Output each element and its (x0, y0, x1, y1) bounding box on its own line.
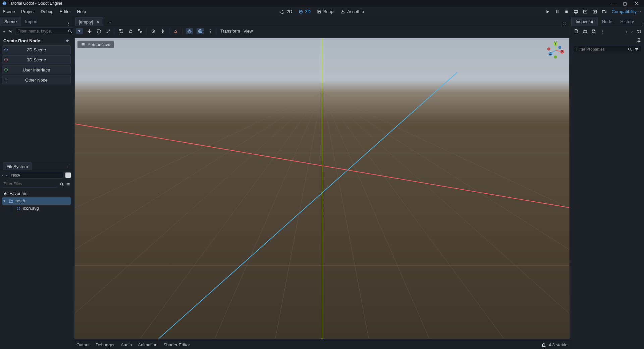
root-3d-label: 3D Scene (2, 57, 70, 62)
listener-icon[interactable] (160, 28, 166, 34)
filesystem-view-toggle-icon[interactable] (65, 172, 71, 178)
history-forward-icon[interactable]: › (631, 29, 633, 34)
svg-point-18 (152, 30, 155, 33)
close-icon[interactable]: ✕ (634, 1, 639, 6)
save-resource-icon[interactable] (591, 29, 596, 34)
workspace-assetlib[interactable]: AssetLib (340, 9, 364, 14)
history-back-icon[interactable]: ‹ (626, 29, 627, 34)
res-root-row[interactable]: ▾ res:// (2, 197, 71, 205)
sun-toggle-icon[interactable] (186, 28, 193, 34)
pause-icon[interactable] (555, 9, 559, 14)
favorites-row[interactable]: ★ Favorites: (2, 190, 71, 197)
properties-filter-input[interactable] (576, 47, 628, 52)
file-label: icon.svg (23, 206, 39, 211)
sun-preview-icon[interactable] (173, 28, 179, 34)
right-panel: Inspector Node History ⋮ ⋮ ‹ › (571, 17, 644, 349)
tab-import[interactable]: Import (21, 17, 42, 26)
filesystem-tree: ★ Favorites: ▾ res:// icon.svg (0, 189, 73, 213)
properties-filter[interactable] (574, 46, 641, 53)
workspace-2d[interactable]: 2D (280, 9, 292, 14)
svg-point-11 (60, 183, 63, 185)
env-toggle-icon[interactable] (197, 28, 204, 34)
scale-tool-icon[interactable] (105, 28, 111, 34)
scene-tabs-more-icon[interactable]: ⋮ (64, 21, 73, 26)
bottom-output[interactable]: Output (76, 342, 90, 347)
play-custom-icon[interactable] (592, 9, 597, 14)
view-menu[interactable]: View (244, 29, 253, 34)
transform-menu[interactable]: Transform (220, 29, 240, 34)
favorite-star-icon[interactable]: ★ (65, 38, 69, 43)
orientation-gizmo[interactable]: X Y Z (546, 41, 565, 59)
workspace-3d[interactable]: 3D (298, 9, 311, 14)
perspective-badge[interactable]: Perspective (77, 41, 114, 48)
bottom-debugger[interactable]: Debugger (96, 342, 115, 347)
filesystem-more-icon[interactable]: ⋮ (66, 164, 70, 169)
filesystem-path[interactable]: res:// (9, 172, 63, 179)
rotate-tool-icon[interactable] (96, 28, 102, 34)
filesystem-filter-input[interactable] (2, 181, 57, 188)
root-3d-scene[interactable]: 3D Scene (2, 55, 71, 64)
select-tool-icon[interactable] (76, 28, 83, 34)
minimize-icon[interactable]: — (611, 1, 616, 6)
link-icon[interactable] (8, 28, 13, 35)
root-user-interface[interactable]: User Interface (2, 65, 71, 74)
group-icon[interactable] (137, 28, 143, 34)
scene-filter-input[interactable] (17, 29, 68, 34)
play-scene-icon[interactable] (583, 9, 588, 14)
bottom-audio[interactable]: Audio (121, 342, 132, 347)
favorites-label: Favorites: (9, 191, 29, 196)
scene-filter[interactable] (15, 28, 75, 35)
tab-filesystem[interactable]: FileSystem (3, 162, 32, 170)
nav-back-icon[interactable]: ‹ (2, 172, 3, 178)
menu-editor[interactable]: Editor (60, 9, 71, 14)
workspace-script[interactable]: Script (317, 9, 334, 14)
create-root-label: Create Root Node: (3, 38, 65, 43)
history-list-icon[interactable] (637, 29, 641, 34)
menu-debug[interactable]: Debug (41, 9, 53, 14)
scene-tab-empty[interactable]: [empty] ✕ (75, 17, 103, 26)
3d-viewport[interactable]: Perspective X Y Z (74, 38, 570, 339)
new-scene-tab-icon[interactable]: ＋ (105, 20, 115, 26)
tab-inspector[interactable]: Inspector (571, 17, 598, 26)
folder-icon (9, 199, 13, 203)
add-node-icon[interactable]: ＋ (2, 28, 6, 35)
new-resource-icon[interactable] (574, 29, 579, 34)
renderer-dropdown[interactable]: Compatibility (612, 9, 641, 14)
filter-settings-icon[interactable] (634, 47, 639, 52)
root-2d-scene[interactable]: 2D Scene (2, 45, 71, 54)
object-tool-icon[interactable] (118, 28, 124, 34)
menu-project[interactable]: Project (21, 9, 35, 14)
root-other-node[interactable]: ＋ Other Node (2, 76, 71, 84)
tab-node[interactable]: Node (598, 17, 616, 26)
move-tool-icon[interactable] (87, 28, 93, 34)
lock-icon[interactable] (128, 28, 134, 34)
close-tab-icon[interactable]: ✕ (96, 19, 100, 24)
svg-text:X: X (561, 49, 564, 54)
play-icon[interactable] (545, 9, 550, 14)
nav-forward-icon[interactable]: › (5, 172, 7, 178)
scene-tab-label: [empty] (79, 19, 93, 24)
inspector-tabs-more-icon[interactable]: ⋮ (638, 21, 644, 26)
bottom-shader[interactable]: Shader Editor (163, 342, 190, 347)
menu-help[interactable]: Help (77, 9, 86, 14)
filter-options-icon[interactable] (66, 182, 71, 187)
center-panel: [empty] ✕ ＋ ⋮ Transform V (73, 17, 571, 349)
left-panel: Scene Import ⋮ ＋ ⋮ Create Root Node: ★ 2… (0, 17, 73, 349)
bottom-animation[interactable]: Animation (138, 342, 157, 347)
remote-play-icon[interactable] (574, 9, 578, 14)
viewport-settings-icon[interactable]: ⋮ (207, 28, 213, 34)
stop-icon[interactable] (564, 9, 569, 14)
inspector-more-icon[interactable]: ⋮ (600, 29, 604, 34)
maximize-icon[interactable]: ▢ (623, 1, 627, 6)
tab-scene[interactable]: Scene (0, 17, 21, 26)
distraction-free-icon[interactable] (560, 21, 569, 26)
notification-bell-icon[interactable] (541, 343, 546, 347)
chevron-down-icon[interactable]: ▾ (3, 198, 7, 203)
manage-object-icon[interactable] (637, 38, 641, 43)
movie-icon[interactable] (602, 9, 606, 14)
file-row[interactable]: icon.svg (2, 205, 71, 212)
tab-history[interactable]: History (616, 17, 638, 26)
menu-scene[interactable]: Scene (3, 9, 15, 14)
camera-override-icon[interactable] (150, 28, 156, 34)
open-resource-icon[interactable] (583, 29, 587, 34)
